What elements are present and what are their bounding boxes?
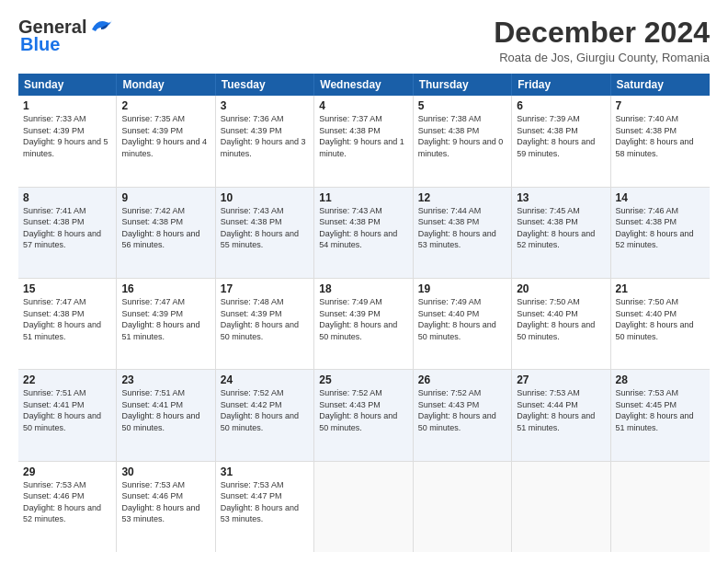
calendar-cell: 31Sunrise: 7:53 AM Sunset: 4:47 PM Dayli… xyxy=(216,462,314,552)
day-number: 22 xyxy=(23,373,111,386)
cell-info: Sunrise: 7:53 AM Sunset: 4:46 PM Dayligh… xyxy=(121,479,210,525)
calendar-header: Sunday Monday Tuesday Wednesday Thursday… xyxy=(18,74,710,96)
header-saturday: Saturday xyxy=(611,74,710,96)
cell-info: Sunrise: 7:43 AM Sunset: 4:38 PM Dayligh… xyxy=(221,205,309,251)
header-friday: Friday xyxy=(512,74,610,96)
calendar-cell: 14Sunrise: 7:46 AM Sunset: 4:38 PM Dayli… xyxy=(611,188,710,278)
day-number: 21 xyxy=(616,282,705,295)
logo: General Blue xyxy=(18,17,114,55)
calendar-cell: 7Sunrise: 7:40 AM Sunset: 4:38 PM Daylig… xyxy=(611,96,710,186)
cell-info: Sunrise: 7:39 AM Sunset: 4:38 PM Dayligh… xyxy=(517,113,605,159)
cell-info: Sunrise: 7:53 AM Sunset: 4:47 PM Dayligh… xyxy=(221,479,309,525)
calendar-cell: 2Sunrise: 7:35 AM Sunset: 4:39 PM Daylig… xyxy=(117,96,215,186)
day-number: 1 xyxy=(23,99,111,112)
calendar-cell: 12Sunrise: 7:44 AM Sunset: 4:38 PM Dayli… xyxy=(414,188,512,278)
cell-info: Sunrise: 7:53 AM Sunset: 4:44 PM Dayligh… xyxy=(517,387,605,433)
cell-info: Sunrise: 7:50 AM Sunset: 4:40 PM Dayligh… xyxy=(616,296,705,342)
logo-blue: Blue xyxy=(20,34,60,55)
cell-info: Sunrise: 7:37 AM Sunset: 4:38 PM Dayligh… xyxy=(319,113,407,159)
calendar-cell: 4Sunrise: 7:37 AM Sunset: 4:38 PM Daylig… xyxy=(314,96,413,186)
calendar-row: 1Sunrise: 7:33 AM Sunset: 4:39 PM Daylig… xyxy=(18,96,710,187)
day-number: 6 xyxy=(517,99,605,112)
day-number: 29 xyxy=(23,465,111,478)
day-number: 24 xyxy=(221,373,309,386)
location-subtitle: Roata de Jos, Giurgiu County, Romania xyxy=(494,51,710,64)
day-number: 18 xyxy=(319,282,407,295)
calendar-body: 1Sunrise: 7:33 AM Sunset: 4:39 PM Daylig… xyxy=(18,96,710,552)
calendar-cell: 21Sunrise: 7:50 AM Sunset: 4:40 PM Dayli… xyxy=(611,279,710,369)
day-number: 28 xyxy=(616,373,705,386)
calendar-cell: 19Sunrise: 7:49 AM Sunset: 4:40 PM Dayli… xyxy=(414,279,512,369)
cell-info: Sunrise: 7:50 AM Sunset: 4:40 PM Dayligh… xyxy=(517,296,605,342)
cell-info: Sunrise: 7:53 AM Sunset: 4:46 PM Dayligh… xyxy=(23,479,111,525)
cell-info: Sunrise: 7:51 AM Sunset: 4:41 PM Dayligh… xyxy=(23,387,111,433)
header-thursday: Thursday xyxy=(414,74,512,96)
day-number: 31 xyxy=(221,465,309,478)
calendar-cell: 18Sunrise: 7:49 AM Sunset: 4:39 PM Dayli… xyxy=(314,279,413,369)
day-number: 15 xyxy=(23,282,111,295)
cell-info: Sunrise: 7:51 AM Sunset: 4:41 PM Dayligh… xyxy=(121,387,210,433)
day-number: 26 xyxy=(418,373,506,386)
calendar-cell xyxy=(314,462,413,552)
calendar-cell: 1Sunrise: 7:33 AM Sunset: 4:39 PM Daylig… xyxy=(18,96,117,186)
cell-info: Sunrise: 7:49 AM Sunset: 4:40 PM Dayligh… xyxy=(418,296,506,342)
header-tuesday: Tuesday xyxy=(216,74,314,96)
calendar-cell: 22Sunrise: 7:51 AM Sunset: 4:41 PM Dayli… xyxy=(18,370,117,460)
day-number: 16 xyxy=(121,282,210,295)
calendar-cell: 20Sunrise: 7:50 AM Sunset: 4:40 PM Dayli… xyxy=(512,279,610,369)
day-number: 3 xyxy=(221,99,309,112)
calendar-cell: 29Sunrise: 7:53 AM Sunset: 4:46 PM Dayli… xyxy=(18,462,117,552)
calendar-cell: 8Sunrise: 7:41 AM Sunset: 4:38 PM Daylig… xyxy=(18,188,117,278)
calendar-row: 15Sunrise: 7:47 AM Sunset: 4:38 PM Dayli… xyxy=(18,279,710,370)
calendar-cell: 6Sunrise: 7:39 AM Sunset: 4:38 PM Daylig… xyxy=(512,96,610,186)
calendar-cell: 23Sunrise: 7:51 AM Sunset: 4:41 PM Dayli… xyxy=(117,370,215,460)
day-number: 25 xyxy=(319,373,407,386)
cell-info: Sunrise: 7:47 AM Sunset: 4:38 PM Dayligh… xyxy=(23,296,111,342)
calendar-cell: 16Sunrise: 7:47 AM Sunset: 4:39 PM Dayli… xyxy=(117,279,215,369)
day-number: 27 xyxy=(517,373,605,386)
calendar-row: 29Sunrise: 7:53 AM Sunset: 4:46 PM Dayli… xyxy=(18,462,710,552)
day-number: 19 xyxy=(418,282,506,295)
day-number: 8 xyxy=(23,191,111,204)
calendar-cell: 30Sunrise: 7:53 AM Sunset: 4:46 PM Dayli… xyxy=(117,462,215,552)
cell-info: Sunrise: 7:52 AM Sunset: 4:43 PM Dayligh… xyxy=(319,387,407,433)
month-title: December 2024 xyxy=(494,17,710,49)
calendar-cell: 9Sunrise: 7:42 AM Sunset: 4:38 PM Daylig… xyxy=(117,188,215,278)
calendar-cell: 10Sunrise: 7:43 AM Sunset: 4:38 PM Dayli… xyxy=(216,188,314,278)
cell-info: Sunrise: 7:47 AM Sunset: 4:39 PM Dayligh… xyxy=(121,296,210,342)
header-monday: Monday xyxy=(117,74,215,96)
calendar-cell: 24Sunrise: 7:52 AM Sunset: 4:42 PM Dayli… xyxy=(216,370,314,460)
day-number: 10 xyxy=(221,191,309,204)
calendar-cell: 11Sunrise: 7:43 AM Sunset: 4:38 PM Dayli… xyxy=(314,188,413,278)
day-number: 20 xyxy=(517,282,605,295)
day-number: 14 xyxy=(616,191,705,204)
day-number: 23 xyxy=(121,373,210,386)
cell-info: Sunrise: 7:40 AM Sunset: 4:38 PM Dayligh… xyxy=(616,113,705,159)
day-number: 30 xyxy=(121,465,210,478)
header: General Blue December 2024 Roata de Jos,… xyxy=(18,17,710,64)
cell-info: Sunrise: 7:52 AM Sunset: 4:43 PM Dayligh… xyxy=(418,387,506,433)
day-number: 17 xyxy=(221,282,309,295)
cell-info: Sunrise: 7:41 AM Sunset: 4:38 PM Dayligh… xyxy=(23,205,111,251)
calendar-cell: 5Sunrise: 7:38 AM Sunset: 4:38 PM Daylig… xyxy=(414,96,512,186)
cell-info: Sunrise: 7:48 AM Sunset: 4:39 PM Dayligh… xyxy=(221,296,309,342)
calendar-cell xyxy=(512,462,610,552)
calendar-cell: 25Sunrise: 7:52 AM Sunset: 4:43 PM Dayli… xyxy=(314,370,413,460)
day-number: 11 xyxy=(319,191,407,204)
day-number: 4 xyxy=(319,99,407,112)
header-wednesday: Wednesday xyxy=(314,74,413,96)
calendar-cell: 17Sunrise: 7:48 AM Sunset: 4:39 PM Dayli… xyxy=(216,279,314,369)
calendar-cell: 27Sunrise: 7:53 AM Sunset: 4:44 PM Dayli… xyxy=(512,370,610,460)
cell-info: Sunrise: 7:42 AM Sunset: 4:38 PM Dayligh… xyxy=(121,205,210,251)
calendar-row: 22Sunrise: 7:51 AM Sunset: 4:41 PM Dayli… xyxy=(18,370,710,461)
day-number: 7 xyxy=(616,99,705,112)
cell-info: Sunrise: 7:43 AM Sunset: 4:38 PM Dayligh… xyxy=(319,205,407,251)
day-number: 9 xyxy=(121,191,210,204)
calendar-cell: 13Sunrise: 7:45 AM Sunset: 4:38 PM Dayli… xyxy=(512,188,610,278)
cell-info: Sunrise: 7:33 AM Sunset: 4:39 PM Dayligh… xyxy=(23,113,111,159)
cell-info: Sunrise: 7:45 AM Sunset: 4:38 PM Dayligh… xyxy=(517,205,605,251)
cell-info: Sunrise: 7:53 AM Sunset: 4:45 PM Dayligh… xyxy=(616,387,705,433)
cell-info: Sunrise: 7:44 AM Sunset: 4:38 PM Dayligh… xyxy=(418,205,506,251)
logo-bird-icon xyxy=(88,17,114,37)
calendar: Sunday Monday Tuesday Wednesday Thursday… xyxy=(18,74,710,552)
